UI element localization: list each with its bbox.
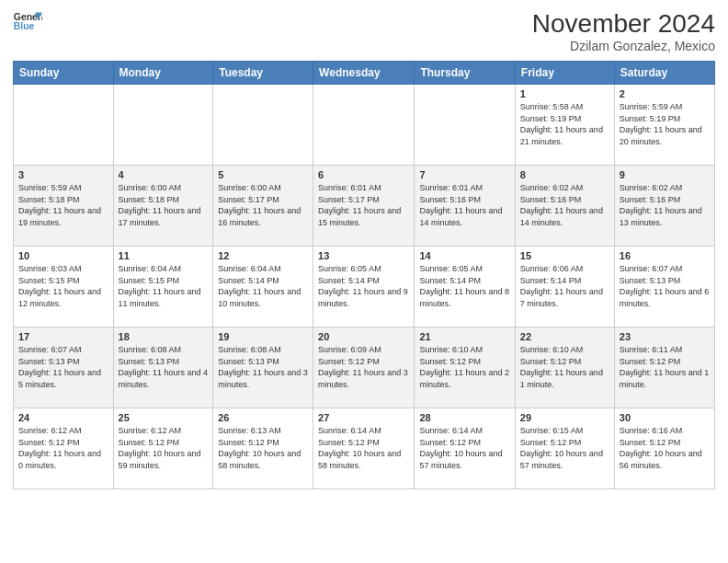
day-number: 10 (18, 250, 108, 261)
calendar-week-row: 1Sunrise: 5:58 AMSunset: 5:19 PMDaylight… (14, 85, 715, 166)
table-row: 23Sunrise: 6:11 AMSunset: 5:12 PMDayligh… (614, 327, 714, 408)
table-row: 1Sunrise: 5:58 AMSunset: 5:19 PMDaylight… (515, 85, 614, 166)
day-number: 19 (218, 331, 308, 342)
day-info: Sunrise: 6:11 AMSunset: 5:12 PMDaylight:… (620, 344, 710, 390)
page-subtitle: Dzilam Gonzalez, Mexico (532, 39, 715, 53)
day-info: Sunrise: 6:16 AMSunset: 5:12 PMDaylight:… (620, 425, 710, 471)
day-number: 29 (520, 412, 609, 423)
logo-icon: General Blue (13, 9, 42, 35)
table-row: 8Sunrise: 6:02 AMSunset: 5:16 PMDaylight… (515, 166, 614, 247)
day-info: Sunrise: 6:00 AMSunset: 5:17 PMDaylight:… (218, 182, 308, 228)
col-thursday: Thursday (415, 62, 515, 85)
day-info: Sunrise: 6:08 AMSunset: 5:13 PMDaylight:… (218, 344, 308, 390)
table-row: 28Sunrise: 6:14 AMSunset: 5:12 PMDayligh… (415, 408, 515, 489)
table-row (113, 85, 213, 166)
day-number: 20 (318, 331, 409, 342)
day-info: Sunrise: 6:02 AMSunset: 5:16 PMDaylight:… (620, 182, 710, 228)
day-number: 26 (218, 412, 308, 423)
table-row: 10Sunrise: 6:03 AMSunset: 5:15 PMDayligh… (14, 247, 114, 327)
table-row: 14Sunrise: 6:05 AMSunset: 5:14 PMDayligh… (415, 247, 515, 327)
day-info: Sunrise: 5:58 AMSunset: 5:19 PMDaylight:… (520, 101, 609, 147)
day-number: 4 (119, 169, 209, 180)
col-wednesday: Wednesday (313, 62, 415, 85)
table-row (14, 85, 114, 166)
page-title: November 2024 (532, 9, 715, 39)
table-row: 18Sunrise: 6:08 AMSunset: 5:13 PMDayligh… (113, 327, 213, 408)
day-number: 7 (419, 169, 509, 180)
day-number: 25 (119, 412, 209, 423)
day-info: Sunrise: 6:06 AMSunset: 5:14 PMDaylight:… (520, 263, 609, 309)
day-info: Sunrise: 6:10 AMSunset: 5:12 PMDaylight:… (520, 344, 609, 390)
day-info: Sunrise: 6:12 AMSunset: 5:12 PMDaylight:… (18, 425, 108, 471)
table-row: 5Sunrise: 6:00 AMSunset: 5:17 PMDaylight… (213, 166, 313, 247)
col-sunday: Sunday (14, 62, 114, 85)
table-row: 29Sunrise: 6:15 AMSunset: 5:12 PMDayligh… (515, 408, 614, 489)
table-row (415, 85, 515, 166)
day-info: Sunrise: 6:05 AMSunset: 5:14 PMDaylight:… (318, 263, 409, 309)
day-info: Sunrise: 5:59 AMSunset: 5:19 PMDaylight:… (620, 101, 710, 147)
table-row: 30Sunrise: 6:16 AMSunset: 5:12 PMDayligh… (614, 408, 714, 489)
day-info: Sunrise: 6:04 AMSunset: 5:14 PMDaylight:… (218, 263, 308, 309)
table-row: 4Sunrise: 6:00 AMSunset: 5:18 PMDaylight… (113, 166, 213, 247)
day-number: 11 (119, 250, 209, 261)
day-number: 24 (18, 412, 108, 423)
day-info: Sunrise: 6:12 AMSunset: 5:12 PMDaylight:… (119, 425, 209, 471)
table-row: 3Sunrise: 5:59 AMSunset: 5:18 PMDaylight… (14, 166, 114, 247)
day-number: 1 (520, 88, 609, 99)
day-number: 28 (419, 412, 509, 423)
table-row: 24Sunrise: 6:12 AMSunset: 5:12 PMDayligh… (14, 408, 114, 489)
table-row (313, 85, 415, 166)
day-number: 13 (318, 250, 409, 261)
day-number: 5 (218, 169, 308, 180)
title-block: November 2024 Dzilam Gonzalez, Mexico (532, 9, 715, 53)
day-info: Sunrise: 6:15 AMSunset: 5:12 PMDaylight:… (520, 425, 609, 471)
col-friday: Friday (515, 62, 614, 85)
page: General Blue November 2024 Dzilam Gonzal… (0, 0, 728, 563)
day-info: Sunrise: 6:07 AMSunset: 5:13 PMDaylight:… (620, 263, 710, 309)
day-info: Sunrise: 6:08 AMSunset: 5:13 PMDaylight:… (119, 344, 209, 390)
calendar-week-row: 10Sunrise: 6:03 AMSunset: 5:15 PMDayligh… (14, 247, 715, 327)
table-row: 25Sunrise: 6:12 AMSunset: 5:12 PMDayligh… (113, 408, 213, 489)
calendar-header-row: Sunday Monday Tuesday Wednesday Thursday… (14, 62, 715, 85)
col-saturday: Saturday (614, 62, 714, 85)
col-tuesday: Tuesday (213, 62, 313, 85)
day-info: Sunrise: 6:05 AMSunset: 5:14 PMDaylight:… (419, 263, 509, 309)
table-row: 6Sunrise: 6:01 AMSunset: 5:17 PMDaylight… (313, 166, 415, 247)
day-number: 6 (318, 169, 409, 180)
col-monday: Monday (113, 62, 213, 85)
day-number: 2 (620, 88, 710, 99)
table-row: 12Sunrise: 6:04 AMSunset: 5:14 PMDayligh… (213, 247, 313, 327)
table-row: 11Sunrise: 6:04 AMSunset: 5:15 PMDayligh… (113, 247, 213, 327)
day-info: Sunrise: 6:09 AMSunset: 5:12 PMDaylight:… (318, 344, 409, 390)
day-info: Sunrise: 6:04 AMSunset: 5:15 PMDaylight:… (119, 263, 209, 309)
table-row: 19Sunrise: 6:08 AMSunset: 5:13 PMDayligh… (213, 327, 313, 408)
table-row: 7Sunrise: 6:01 AMSunset: 5:16 PMDaylight… (415, 166, 515, 247)
day-number: 9 (620, 169, 710, 180)
table-row: 13Sunrise: 6:05 AMSunset: 5:14 PMDayligh… (313, 247, 415, 327)
day-info: Sunrise: 6:01 AMSunset: 5:17 PMDaylight:… (318, 182, 409, 228)
day-info: Sunrise: 6:13 AMSunset: 5:12 PMDaylight:… (218, 425, 308, 471)
table-row: 20Sunrise: 6:09 AMSunset: 5:12 PMDayligh… (313, 327, 415, 408)
day-number: 30 (620, 412, 710, 423)
day-info: Sunrise: 6:03 AMSunset: 5:15 PMDaylight:… (18, 263, 108, 309)
table-row: 26Sunrise: 6:13 AMSunset: 5:12 PMDayligh… (213, 408, 313, 489)
day-info: Sunrise: 6:01 AMSunset: 5:16 PMDaylight:… (419, 182, 509, 228)
day-number: 23 (620, 331, 710, 342)
day-info: Sunrise: 6:14 AMSunset: 5:12 PMDaylight:… (318, 425, 409, 471)
table-row: 15Sunrise: 6:06 AMSunset: 5:14 PMDayligh… (515, 247, 614, 327)
day-number: 14 (419, 250, 509, 261)
table-row: 27Sunrise: 6:14 AMSunset: 5:12 PMDayligh… (313, 408, 415, 489)
day-info: Sunrise: 6:14 AMSunset: 5:12 PMDaylight:… (419, 425, 509, 471)
svg-text:Blue: Blue (14, 21, 35, 31)
table-row: 16Sunrise: 6:07 AMSunset: 5:13 PMDayligh… (614, 247, 714, 327)
day-number: 16 (620, 250, 710, 261)
day-number: 12 (218, 250, 308, 261)
table-row: 2Sunrise: 5:59 AMSunset: 5:19 PMDaylight… (614, 85, 714, 166)
table-row: 22Sunrise: 6:10 AMSunset: 5:12 PMDayligh… (515, 327, 614, 408)
day-number: 18 (119, 331, 209, 342)
day-info: Sunrise: 6:07 AMSunset: 5:13 PMDaylight:… (18, 344, 108, 390)
calendar-week-row: 17Sunrise: 6:07 AMSunset: 5:13 PMDayligh… (14, 327, 715, 408)
logo: General Blue (13, 9, 42, 35)
day-number: 8 (520, 169, 609, 180)
day-number: 15 (520, 250, 609, 261)
